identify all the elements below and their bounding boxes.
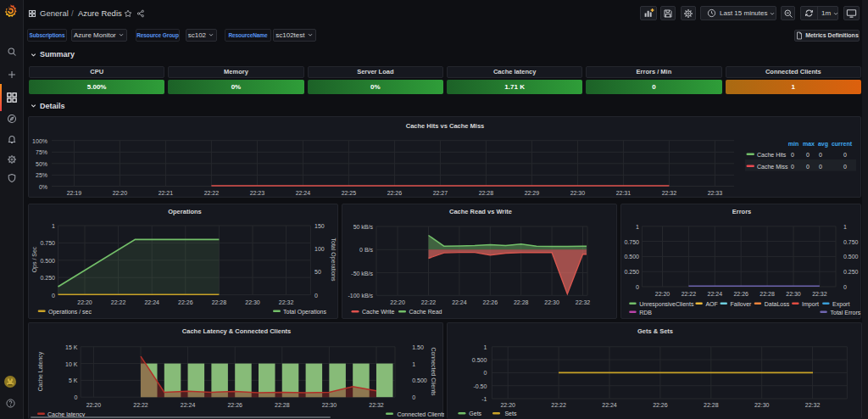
svg-text:22:30: 22:30	[322, 402, 337, 408]
svg-text:100: 100	[314, 246, 325, 252]
svg-text:0: 0	[74, 394, 77, 400]
svg-text:0: 0	[843, 164, 847, 170]
svg-text:22:26: 22:26	[178, 299, 193, 305]
svg-text:Cache Read vs Write: Cache Read vs Write	[449, 208, 512, 215]
svg-text:22:28: 22:28	[760, 291, 775, 297]
svg-text:22:31: 22:31	[616, 190, 632, 196]
svg-text:Gets & Sets: Gets & Sets	[637, 327, 673, 335]
svg-text:Sets: Sets	[504, 411, 517, 416]
svg-text:UnresponsiveClients: UnresponsiveClients	[639, 301, 694, 308]
svg-text:Cache Write: Cache Write	[362, 309, 394, 315]
svg-text:0.750: 0.750	[843, 239, 859, 245]
svg-text:22:32: 22:32	[812, 291, 827, 297]
svg-text:Cache Read: Cache Read	[409, 309, 442, 315]
svg-text:22:27: 22:27	[433, 190, 448, 196]
svg-text:0 B/s: 0 B/s	[359, 247, 373, 253]
svg-text:10 K: 10 K	[65, 361, 78, 367]
svg-text:22:22: 22:22	[204, 190, 220, 196]
svg-text:22:22: 22:22	[682, 291, 697, 297]
svg-text:22:22: 22:22	[111, 299, 126, 305]
svg-text:1: 1	[843, 224, 847, 230]
svg-text:0%: 0%	[39, 184, 47, 190]
svg-text:1: 1	[483, 344, 487, 350]
svg-text:22:26: 22:26	[653, 402, 668, 408]
svg-text:1: 1	[636, 224, 639, 230]
svg-text:50 kB/s: 50 kB/s	[353, 224, 374, 230]
svg-text:22:28: 22:28	[212, 299, 227, 305]
svg-text:0.500: 0.500	[40, 258, 55, 264]
svg-text:1: 1	[412, 361, 415, 367]
svg-text:0: 0	[791, 152, 794, 158]
svg-text:22:24: 22:24	[296, 190, 311, 196]
svg-text:22:30: 22:30	[786, 291, 801, 297]
svg-text:22:32: 22:32	[369, 402, 384, 408]
svg-text:0.500: 0.500	[412, 377, 427, 383]
svg-text:22:19: 22:19	[67, 190, 82, 196]
svg-text:Total Operations: Total Operations	[283, 309, 326, 316]
svg-text:max: max	[803, 141, 815, 147]
svg-text:0: 0	[843, 152, 847, 158]
svg-text:Ops / Sec: Ops / Sec	[31, 246, 38, 272]
svg-text:22:20: 22:20	[655, 291, 670, 297]
svg-text:-50 kB/s: -50 kB/s	[351, 271, 373, 277]
svg-text:22:22: 22:22	[421, 299, 437, 305]
svg-text:5 K: 5 K	[69, 377, 78, 383]
svg-text:22:23: 22:23	[250, 190, 265, 196]
svg-text:1: 1	[52, 223, 55, 229]
svg-text:22:32: 22:32	[804, 402, 820, 408]
svg-text:Cache Hits: Cache Hits	[757, 152, 787, 158]
svg-text:RDB: RDB	[639, 310, 652, 316]
svg-text:22:24: 22:24	[602, 402, 617, 408]
svg-text:22:24: 22:24	[181, 402, 196, 408]
svg-text:0: 0	[791, 164, 794, 170]
svg-text:0: 0	[819, 152, 822, 158]
svg-text:22:26: 22:26	[227, 402, 242, 408]
svg-text:-1: -1	[481, 396, 487, 402]
svg-text:Operations: Operations	[168, 208, 202, 215]
svg-text:0: 0	[314, 293, 318, 299]
svg-text:Total Errors: Total Errors	[831, 310, 861, 316]
svg-text:0: 0	[806, 152, 810, 158]
svg-text:Cache Latency: Cache Latency	[37, 351, 44, 391]
svg-text:22:20: 22:20	[77, 299, 92, 305]
svg-text:22:32: 22:32	[576, 299, 591, 305]
svg-text:avg: avg	[818, 141, 828, 148]
svg-text:22:20: 22:20	[86, 402, 102, 408]
svg-text:22:28: 22:28	[514, 299, 529, 305]
svg-text:22:26: 22:26	[483, 299, 498, 305]
svg-text:0.250: 0.250	[40, 275, 55, 281]
svg-text:AOF: AOF	[705, 301, 717, 307]
svg-text:current: current	[832, 141, 853, 147]
svg-text:22:25: 22:25	[342, 190, 357, 196]
svg-text:Connected Clients: Connected Clients	[431, 347, 437, 396]
svg-text:22:20: 22:20	[500, 402, 515, 408]
svg-text:22:28: 22:28	[479, 190, 494, 196]
svg-text:0.750: 0.750	[624, 239, 639, 245]
svg-text:0.500: 0.500	[624, 254, 639, 260]
svg-text:0: 0	[483, 370, 487, 376]
svg-text:Gets: Gets	[469, 411, 481, 416]
svg-text:22:22: 22:22	[551, 402, 566, 408]
svg-text:Failover: Failover	[731, 301, 753, 307]
svg-text:25%: 25%	[36, 172, 47, 178]
svg-text:22:22: 22:22	[133, 402, 148, 408]
svg-text:0: 0	[412, 394, 415, 400]
svg-text:50%: 50%	[36, 161, 47, 167]
svg-text:100%: 100%	[32, 138, 47, 144]
svg-text:22:24: 22:24	[144, 299, 159, 305]
svg-text:Export: Export	[832, 301, 849, 308]
svg-text:min: min	[788, 141, 798, 147]
svg-text:Operations / sec: Operations / sec	[48, 309, 92, 316]
svg-text:Total Operations: Total Operations	[330, 238, 337, 282]
svg-text:DataLoss: DataLoss	[765, 301, 790, 307]
svg-text:0.750: 0.750	[40, 240, 55, 246]
svg-text:22:20: 22:20	[390, 299, 405, 305]
svg-text:22:24: 22:24	[708, 291, 723, 297]
svg-text:0: 0	[843, 284, 847, 290]
svg-text:15 K: 15 K	[65, 344, 78, 350]
svg-text:0.500: 0.500	[471, 357, 487, 363]
svg-text:-0.50: -0.50	[473, 383, 487, 389]
svg-text:22:30: 22:30	[544, 299, 559, 305]
svg-text:75%: 75%	[36, 149, 47, 155]
svg-text:22:32: 22:32	[279, 299, 294, 305]
